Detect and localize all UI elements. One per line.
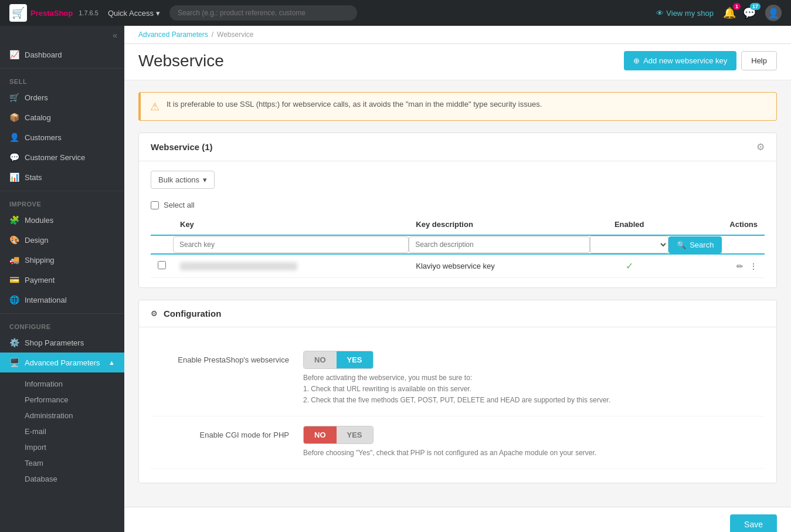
sidebar-item-customers[interactable]: 👤 Customers <box>0 127 124 147</box>
row-checkbox[interactable] <box>158 261 166 269</box>
webservice-yes-button[interactable]: YES <box>337 351 373 368</box>
sidebar-item-advanced-parameters[interactable]: 🖥️ Advanced Parameters ▲ <box>0 353 124 372</box>
enable-cgi-toggle: NO YES <box>303 426 374 444</box>
sidebar-item-shipping[interactable]: 🚚 Shipping <box>0 250 124 270</box>
quick-access-button[interactable]: Quick Access ▾ <box>108 9 160 18</box>
sidebar-item-label: Dashboard <box>25 50 62 59</box>
search-enabled-cell: Yes No <box>590 235 668 254</box>
col-description-header: Key description <box>409 214 590 235</box>
sidebar-item-label: Shop Parameters <box>25 338 84 347</box>
search-actions-cell: 🔍 Search <box>668 235 765 254</box>
notification-badge: 1 <box>733 3 741 10</box>
sidebar-item-dashboard[interactable]: 📈 Dashboard <box>0 45 124 65</box>
search-description-input[interactable] <box>409 236 590 253</box>
sidebar-sub-item-import[interactable]: Import <box>0 439 124 455</box>
sidebar-sub-item-information[interactable]: Information <box>0 376 124 392</box>
add-webservice-key-button[interactable]: ⊕ Add new webservice key <box>624 51 736 70</box>
topnav-right: 👁 View my shop 🔔 1 💬 17 👤 <box>656 5 782 21</box>
customer-service-icon: 💬 <box>9 153 19 162</box>
improve-section-label: IMPROVE <box>0 195 124 210</box>
sidebar-item-international[interactable]: 🌐 International <box>0 290 124 310</box>
row-key-cell <box>173 254 409 278</box>
international-icon: 🌐 <box>9 295 19 304</box>
col-actions-header: Actions <box>668 214 765 235</box>
payment-icon: 💳 <box>9 275 19 284</box>
breadcrumb: Advanced Parameters / Webservice <box>124 26 791 44</box>
sidebar-item-label: Stats <box>25 173 42 182</box>
search-enabled-select[interactable]: Yes No <box>590 236 668 253</box>
view-my-shop-button[interactable]: 👁 View my shop <box>656 9 714 18</box>
save-footer: Save <box>124 507 791 532</box>
search-icon: 🔍 <box>677 240 686 249</box>
sidebar-collapse-button[interactable]: « <box>0 26 124 45</box>
save-button[interactable]: Save <box>730 514 777 532</box>
webservice-card: Webservice (1) ⚙ Bulk actions ▾ Select a… <box>138 133 777 288</box>
sidebar-item-label: International <box>25 296 67 304</box>
bulk-actions-label: Bulk actions <box>158 175 199 184</box>
row-checkbox-cell <box>151 254 173 278</box>
edit-icon[interactable]: ✏ <box>736 262 744 271</box>
messages-button[interactable]: 💬 17 <box>743 6 756 19</box>
shop-params-icon: ⚙️ <box>9 338 19 347</box>
webservice-card-body: Bulk actions ▾ Select all <box>139 161 776 287</box>
search-key-input[interactable] <box>173 236 409 253</box>
col-key-header: Key <box>173 214 409 235</box>
configuration-title: Configuration <box>164 309 221 318</box>
notifications-button[interactable]: 🔔 1 <box>723 6 736 19</box>
sidebar: « 📈 Dashboard SELL 🛒 Orders 📦 Catalog 👤 … <box>0 26 124 532</box>
bulk-actions-button[interactable]: Bulk actions ▾ <box>151 171 215 189</box>
settings-gear-icon[interactable]: ⚙ <box>756 141 765 153</box>
select-all-checkbox[interactable] <box>151 201 159 209</box>
select-all-row: Select all <box>151 197 765 214</box>
more-options-icon[interactable]: ⋮ <box>749 262 758 271</box>
sidebar-sub-item-email[interactable]: E-mail <box>0 423 124 439</box>
cgi-no-button[interactable]: NO <box>304 426 337 443</box>
breadcrumb-advanced-parameters[interactable]: Advanced Parameters <box>138 31 208 39</box>
sidebar-item-design[interactable]: 🎨 Design <box>0 230 124 250</box>
enable-cgi-hint: Before choosing "Yes", check that PHP is… <box>303 448 765 459</box>
messages-badge: 17 <box>750 3 761 10</box>
configuration-gear-icon: ⚙ <box>151 309 158 318</box>
search-input[interactable] <box>169 5 357 21</box>
sidebar-sub-item-performance[interactable]: Performance <box>0 392 124 408</box>
version-label: 1.7.6.5 <box>79 9 99 16</box>
breadcrumb-separator: / <box>212 31 213 39</box>
sidebar-sub-item-database[interactable]: Database <box>0 471 124 487</box>
help-button[interactable]: Help <box>741 51 777 70</box>
sidebar-item-shop-parameters[interactable]: ⚙️ Shop Parameters <box>0 333 124 353</box>
sidebar-item-orders[interactable]: 🛒 Orders <box>0 87 124 107</box>
sidebar-item-modules[interactable]: 🧩 Modules <box>0 210 124 230</box>
notification-icons: 🔔 1 💬 17 <box>723 6 756 19</box>
alert-message: It is preferable to use SSL (https:) for… <box>167 100 542 109</box>
cgi-yes-button[interactable]: YES <box>337 426 373 443</box>
sidebar-item-catalog[interactable]: 📦 Catalog <box>0 107 124 127</box>
enabled-checkmark-icon: ✓ <box>626 261 633 271</box>
global-search[interactable] <box>169 5 357 21</box>
logo-text: PrestaShop <box>30 9 73 18</box>
search-button[interactable]: 🔍 Search <box>668 236 722 253</box>
sidebar-item-customer-service[interactable]: 💬 Customer Service <box>0 147 124 167</box>
page-title: Webservice <box>138 52 224 70</box>
row-actions-cell: ✏ ⋮ <box>668 254 765 278</box>
customers-icon: 👤 <box>9 133 19 142</box>
sidebar-sub-item-administration[interactable]: Administration <box>0 408 124 423</box>
user-avatar[interactable]: 👤 <box>765 5 782 21</box>
ssl-alert: ⚠ It is preferable to use SSL (https:) f… <box>138 92 777 121</box>
sidebar-item-stats[interactable]: 📊 Stats <box>0 167 124 187</box>
sidebar-item-label: Orders <box>25 93 48 102</box>
enable-cgi-control: NO YES Before choosing "Yes", check that… <box>303 426 765 459</box>
advanced-params-submenu: Information Performance Administration E… <box>0 372 124 490</box>
table-row: Klaviyo webservice key ✓ ✏ ⋮ <box>151 254 765 278</box>
logo[interactable]: 🛒 PrestaShop 1.7.6.5 <box>9 4 99 22</box>
search-key-cell <box>173 235 409 254</box>
webservice-no-button[interactable]: NO <box>304 351 337 368</box>
sidebar-item-payment[interactable]: 💳 Payment <box>0 270 124 290</box>
enable-webservice-row: Enable PrestaShop's webservice NO YES Be… <box>151 341 765 416</box>
catalog-icon: 📦 <box>9 113 19 122</box>
configure-section-label: CONFIGURE <box>0 317 124 333</box>
enable-webservice-hint: Before activating the webservice, you mu… <box>303 372 765 406</box>
top-navigation: 🛒 PrestaShop 1.7.6.5 Quick Access ▾ 👁 Vi… <box>0 0 791 26</box>
orders-icon: 🛒 <box>9 93 19 102</box>
sidebar-sub-item-team[interactable]: Team <box>0 455 124 471</box>
search-row-checkbox <box>151 235 173 254</box>
